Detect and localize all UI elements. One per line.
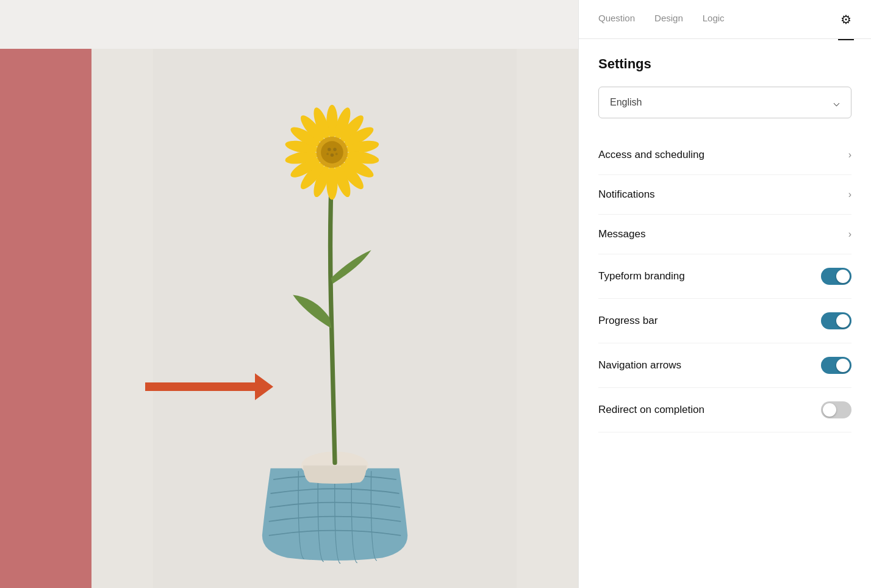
chevron-down-icon: ⌵ [833, 96, 840, 109]
chevron-right-icon: › [848, 229, 851, 240]
svg-point-27 [335, 153, 338, 156]
svg-point-22 [321, 141, 343, 163]
toggle-knob [823, 403, 836, 417]
settings-row-notifications[interactable]: Notifications › [598, 175, 851, 215]
svg-point-24 [333, 148, 337, 151]
access-scheduling-label: Access and scheduling [598, 149, 704, 161]
chevron-right-icon: › [848, 149, 851, 160]
language-dropdown[interactable]: English ⌵ [598, 87, 851, 118]
settings-title: Settings [598, 56, 851, 72]
settings-row-typeform-branding: Typeform branding [598, 254, 851, 299]
redirect-completion-label: Redirect on completion [598, 404, 704, 416]
progress-bar-toggle[interactable] [821, 312, 851, 329]
tab-design[interactable]: Design [654, 13, 683, 26]
redirect-completion-toggle[interactable] [821, 401, 851, 418]
navigation-arrows-toggle[interactable] [821, 357, 851, 374]
preview-image [0, 49, 578, 588]
toggle-knob [836, 270, 850, 283]
flower-photo [91, 49, 578, 588]
settings-content: Settings English ⌵ Access and scheduling… [579, 39, 871, 588]
svg-point-26 [326, 153, 329, 156]
settings-row-navigation-arrows: Navigation arrows [598, 343, 851, 388]
typeform-branding-label: Typeform branding [598, 270, 685, 282]
pink-accent-block [0, 49, 91, 588]
settings-row-access-scheduling[interactable]: Access and scheduling › [598, 135, 851, 175]
navigation-arrows-label: Navigation arrows [598, 359, 681, 371]
tab-bar: Question Design Logic ⚙ [579, 0, 871, 39]
flower-svg [91, 49, 578, 588]
language-value: English [610, 97, 642, 108]
tab-logic[interactable]: Logic [703, 13, 725, 26]
tab-question[interactable]: Question [598, 13, 635, 26]
chevron-right-icon: › [848, 189, 851, 200]
toggle-knob [836, 359, 850, 372]
typeform-branding-toggle[interactable] [821, 268, 851, 285]
notifications-label: Notifications [598, 188, 655, 201]
messages-label: Messages [598, 228, 645, 240]
preview-area [0, 0, 578, 588]
settings-row-progress-bar: Progress bar [598, 299, 851, 343]
tab-settings-gear[interactable]: ⚙ [841, 12, 851, 27]
svg-point-25 [331, 153, 334, 157]
settings-panel: Question Design Logic ⚙ Settings English… [578, 0, 871, 588]
settings-row-messages[interactable]: Messages › [598, 215, 851, 254]
svg-point-23 [328, 148, 331, 151]
settings-row-redirect-completion: Redirect on completion [598, 388, 851, 432]
progress-bar-label: Progress bar [598, 315, 658, 327]
toggle-knob [836, 314, 850, 328]
